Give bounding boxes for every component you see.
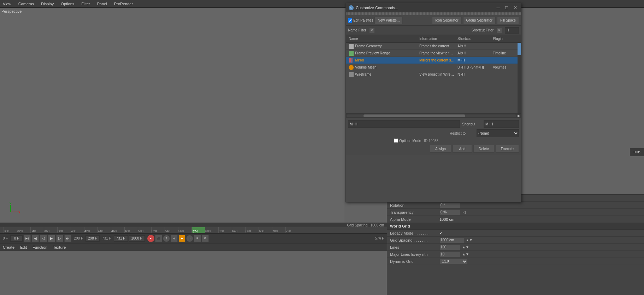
grid-spacing-prop-value[interactable] bbox=[439, 237, 464, 243]
menu-view[interactable]: View bbox=[1, 1, 13, 7]
ruler-tick: 560 bbox=[178, 227, 191, 233]
alpha-mode-label: Alpha Mode bbox=[390, 217, 439, 222]
dialog-app-icon: C bbox=[349, 5, 354, 10]
horizontal-scrollbar[interactable]: ▶ bbox=[346, 113, 521, 118]
cmd-row-mirror[interactable]: Mirror Mirrors the current selection M~H bbox=[346, 57, 521, 64]
dialog-minimize-button[interactable]: ─ bbox=[495, 5, 501, 11]
ruler-tick: 574 bbox=[191, 227, 205, 233]
options-mode-checkbox[interactable]: Options Mode bbox=[394, 138, 421, 143]
cmd-list-vscrollbar[interactable] bbox=[518, 43, 521, 113]
icon-separator-button[interactable]: Icon Separator bbox=[432, 17, 462, 24]
legacy-mode-value: ✓ bbox=[439, 231, 641, 235]
group-separator-button[interactable]: Group Separator bbox=[463, 17, 496, 24]
options-mode-label: Options Mode bbox=[399, 139, 421, 143]
record-button[interactable]: ● bbox=[147, 235, 154, 242]
icon-frame-preview bbox=[349, 51, 354, 56]
major-lines-step-icon[interactable]: ▲▼ bbox=[462, 252, 469, 256]
scrollbar-track[interactable] bbox=[347, 114, 516, 117]
new-palette-button[interactable]: New Palette... bbox=[374, 17, 403, 24]
hud-button[interactable]: HUD bbox=[630, 148, 644, 156]
ruler-tick: 600 bbox=[205, 227, 218, 233]
restrict-select[interactable]: (None) bbox=[477, 129, 519, 137]
cmd-row-frame-geometry[interactable]: Frame Geometry Frames the current geomet… bbox=[346, 43, 521, 50]
name-filter-clear-button[interactable]: ✕ bbox=[369, 28, 375, 33]
move-button[interactable]: ✛ bbox=[171, 235, 178, 242]
col-shortcut: Shortcut bbox=[456, 37, 491, 41]
shortcut-filter-label: Shortcut Filter bbox=[472, 28, 494, 32]
menu-prorender[interactable]: ProRender bbox=[113, 1, 134, 7]
major-lines-value[interactable] bbox=[439, 252, 461, 257]
step-forward-button[interactable]: ▷ bbox=[56, 235, 63, 242]
dynamic-grid-select[interactable]: 1:10 bbox=[439, 259, 468, 264]
cmd-list-vscrollbar-thumb[interactable] bbox=[518, 43, 521, 55]
ruler-tick: 700 bbox=[272, 227, 285, 233]
hud-label: HUD bbox=[633, 151, 640, 154]
options-mode-check[interactable] bbox=[394, 138, 398, 143]
settings-button[interactable]: ⚙ bbox=[202, 235, 209, 242]
step-back-button[interactable]: ◀ bbox=[32, 235, 39, 242]
play-back-button[interactable]: ◁ bbox=[40, 235, 47, 242]
assign-button[interactable]: Assign bbox=[430, 145, 451, 153]
edit-create[interactable]: Create bbox=[1, 244, 16, 250]
fps-input[interactable] bbox=[129, 235, 145, 242]
dialog-drag-handle[interactable] bbox=[346, 12, 521, 15]
edit-palettes-check-input[interactable] bbox=[348, 18, 352, 23]
edit-texture[interactable]: Texture bbox=[52, 244, 67, 250]
svg-text:Y: Y bbox=[10, 202, 12, 205]
dynamic-grid-label: Dynamic Grid bbox=[390, 259, 439, 264]
edit-function[interactable]: Function bbox=[31, 244, 49, 250]
action-buttons-row: Assign Add Delete Execute bbox=[348, 145, 519, 153]
viewport-label: Perspective bbox=[1, 9, 22, 13]
fill-space-button[interactable]: Fill Space bbox=[497, 17, 519, 24]
scrollbar-thumb[interactable] bbox=[364, 114, 465, 117]
dialog-toolbar: Edit Palettes New Palette... Icon Separa… bbox=[346, 15, 521, 26]
svg-rect-4 bbox=[349, 58, 351, 63]
preview-start-input[interactable] bbox=[85, 235, 100, 242]
menu-panel[interactable]: Panel bbox=[96, 1, 108, 7]
cmd-info-wireframe: View project in Wireframe mo bbox=[418, 72, 456, 76]
scroll-right-arrow[interactable]: ▶ bbox=[518, 114, 520, 118]
preview-end-input[interactable] bbox=[114, 235, 128, 242]
dialog-close-button[interactable]: ✕ bbox=[512, 5, 518, 11]
cmd-row-wireframe[interactable]: Wireframe View project in Wireframe mo N… bbox=[346, 71, 521, 78]
cmd-row-volume-mesh[interactable]: Volume Mesh U~H [U~Shift+H] Volumes bbox=[346, 64, 521, 71]
edit-palettes-label: Edit Palettes bbox=[353, 18, 373, 22]
key-button[interactable]: ⬛ bbox=[155, 235, 162, 242]
transparency-value[interactable] bbox=[439, 210, 461, 215]
menu-options[interactable]: Options bbox=[59, 1, 76, 7]
lines-value[interactable] bbox=[439, 244, 461, 250]
dialog-maximize-button[interactable]: □ bbox=[503, 5, 510, 11]
execute-button[interactable]: Execute bbox=[496, 145, 519, 153]
frame-input[interactable] bbox=[10, 235, 23, 242]
svg-text:X: X bbox=[18, 211, 20, 214]
play-forward-button[interactable]: ▶ bbox=[48, 235, 55, 242]
grid-spacing-step-icon[interactable]: ▲▼ bbox=[466, 238, 473, 242]
delete-button[interactable]: Delete bbox=[473, 145, 494, 153]
go-start-button[interactable]: ⏮ bbox=[24, 235, 31, 242]
edit-palettes-checkbox[interactable]: Edit Palettes bbox=[348, 18, 373, 23]
go-end-button[interactable]: ⏭ bbox=[64, 235, 71, 242]
help-button[interactable]: ? bbox=[163, 235, 170, 242]
shortcut-filter-input[interactable] bbox=[505, 27, 519, 34]
menu-cameras[interactable]: Cameras bbox=[17, 1, 36, 7]
motion-button[interactable]: ○ bbox=[186, 235, 193, 242]
lines-step-icon[interactable]: ▲▼ bbox=[462, 245, 469, 249]
timeline-button[interactable]: ≡ bbox=[194, 235, 201, 242]
time-end: 731 F bbox=[102, 236, 111, 240]
edit-edit[interactable]: Edit bbox=[19, 244, 28, 250]
cmd-row-frame-preview[interactable]: Frame Preview Range Frame the view to th… bbox=[346, 50, 521, 57]
menu-display[interactable]: Display bbox=[40, 1, 55, 7]
add-button[interactable]: Add bbox=[453, 145, 472, 153]
menu-filter[interactable]: Filter bbox=[80, 1, 91, 7]
shortcut-filter-clear-button[interactable]: ✕ bbox=[496, 28, 502, 33]
edit-bar: Create Edit Function Texture bbox=[0, 243, 387, 251]
shortcut-field-input[interactable] bbox=[484, 120, 519, 128]
filter-row: Name Filter ✕ Shortcut Filter ✕ bbox=[346, 26, 521, 35]
alpha-mode-value: 1000 cm bbox=[439, 217, 641, 222]
ruler-tick: 320 bbox=[17, 227, 30, 233]
cmd-shortcut-mirror: M~H bbox=[456, 58, 491, 62]
cmd-list-header: Name Information Shortcut Plugin bbox=[346, 35, 521, 43]
world-grid-header: World Grid bbox=[387, 223, 644, 230]
rotation-value[interactable] bbox=[439, 202, 461, 208]
keyframe-button[interactable]: ◆ bbox=[178, 235, 185, 242]
